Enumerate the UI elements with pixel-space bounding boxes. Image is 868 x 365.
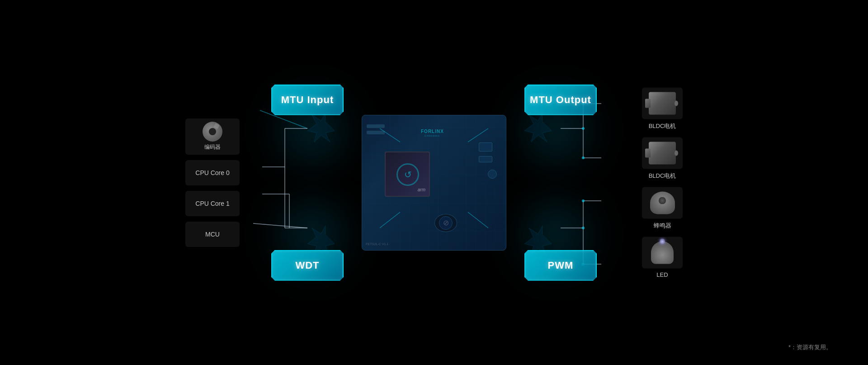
pcb-component-2 (479, 156, 492, 162)
right-items: BLDC电机 BLDC电机 蜂鸣器 LED (642, 87, 683, 278)
mtu-output-label: MTU Output (524, 85, 597, 115)
bldc1-icon-box (642, 87, 683, 119)
buzzer-label: 蜂鸣器 (654, 221, 671, 229)
wdt-label: WDT (271, 250, 344, 281)
buzzer-icon-box (642, 187, 683, 218)
pcb-component-4 (367, 124, 385, 128)
mtu-output-button: MTU Output (524, 85, 597, 115)
bldc2-icon-box (642, 137, 683, 169)
wdt-button: WDT (271, 250, 344, 281)
buzzer-item: 蜂鸣器 (642, 187, 683, 229)
led-label: LED (656, 271, 668, 278)
pcb-component-6: ⊘ (434, 214, 457, 232)
pwm-label: PWM (524, 250, 597, 281)
mtu-input-label: MTU Input (271, 85, 344, 115)
bldc1-icon (649, 92, 676, 114)
mtu-input-button: MTU Input (271, 85, 344, 115)
cpu-core-0-label: CPU Core 0 (195, 169, 229, 176)
buzzer-icon (650, 191, 675, 214)
bldc1-item: BLDC电机 (642, 87, 683, 130)
encoder-item: 编码器 (185, 119, 240, 155)
mcu-item: MCU (185, 222, 240, 247)
cpu-core-1-label: CPU Core 1 (195, 200, 229, 207)
led-icon (651, 241, 674, 264)
pcb-component-3 (488, 170, 497, 179)
bldc2-item: BLDC电机 (642, 137, 683, 180)
pcb-component-5 (367, 131, 385, 134)
pcb-model: FETG2L-C V1.1 (366, 242, 388, 246)
bldc2-icon (649, 142, 676, 164)
mcu-label: MCU (205, 231, 220, 238)
bldc2-label: BLDC电机 (649, 171, 676, 180)
encoder-label: 编码器 (204, 143, 221, 151)
bldc1-label: BLDC电机 (649, 122, 676, 130)
pcb-board: FORLINX Embedded ⊘ FETG2L-C V1.1 (362, 115, 506, 251)
footnote: *：资源有复用。 (788, 343, 832, 351)
pwm-button: PWM (524, 250, 597, 281)
cpu-core-1-item: CPU Core 1 (185, 191, 240, 216)
cpu-core-0-item: CPU Core 0 (185, 160, 240, 185)
pcb-component-1 (479, 142, 492, 152)
chip-logo (396, 163, 419, 186)
encoder-icon (203, 122, 222, 142)
led-icon-box (642, 237, 683, 268)
left-items: 编码器 CPU Core 0 CPU Core 1 MCU (185, 119, 240, 247)
buzzer-inner (658, 196, 667, 205)
led-item: LED (642, 237, 683, 278)
pcb-sub: Embedded (425, 134, 439, 137)
main-chip (385, 152, 430, 197)
pcb-brand: FORLINX (421, 129, 444, 134)
